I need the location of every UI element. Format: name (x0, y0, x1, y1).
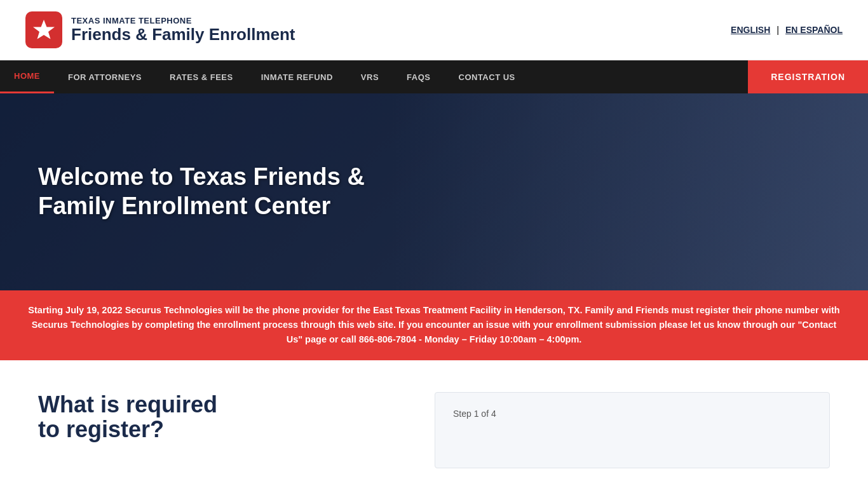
what-required-line2: to register? (38, 416, 164, 442)
hero-bg-shape (391, 93, 868, 290)
spanish-link[interactable]: EN ESPAÑOL (785, 25, 843, 35)
logo-top-line: TEXAS INMATE TELEPHONE (71, 16, 295, 25)
logo-bottom-line: Friends & Family Enrollment (71, 25, 295, 44)
hero-title: Welcome to Texas Friends & Family Enroll… (38, 163, 394, 220)
hero-section: Welcome to Texas Friends & Family Enroll… (0, 93, 868, 290)
svg-marker-0 (33, 20, 55, 39)
what-required-heading: What is required to register? (38, 392, 397, 442)
lang-separator: | (776, 25, 779, 35)
english-link[interactable]: ENGLISH (731, 25, 770, 35)
alert-banner: Starting July 19, 2022 Securus Technolog… (0, 290, 868, 360)
nav-item-faqs[interactable]: FAQS (393, 60, 444, 93)
nav-links: HOME FOR ATTORNEYS RATES & FEES INMATE R… (0, 60, 748, 93)
nav-item-inmate-refund[interactable]: INMATE REFUND (247, 60, 347, 93)
nav-item-vrs[interactable]: VRS (347, 60, 393, 93)
nav-item-home[interactable]: HOME (0, 60, 54, 93)
logo-icon (25, 11, 62, 48)
nav-item-attorneys[interactable]: FOR ATTORNEYS (54, 60, 156, 93)
language-switcher: ENGLISH | EN ESPAÑOL (731, 25, 843, 35)
alert-text: Starting July 19, 2022 Securus Technolog… (28, 305, 839, 344)
what-required-line1: What is required (38, 391, 217, 417)
nav-item-rates[interactable]: RATES & FEES (156, 60, 247, 93)
hero-content: Welcome to Texas Friends & Family Enroll… (0, 163, 432, 220)
what-required-block: What is required to register? (38, 392, 397, 442)
star-icon (32, 18, 56, 42)
nav-item-contact[interactable]: CONTACT US (445, 60, 529, 93)
registration-button[interactable]: REGISTRATION (748, 60, 868, 93)
logo-text: TEXAS INMATE TELEPHONE Friends & Family … (71, 16, 295, 44)
site-header: TEXAS INMATE TELEPHONE Friends & Family … (0, 0, 868, 60)
logo-area: TEXAS INMATE TELEPHONE Friends & Family … (25, 11, 295, 48)
main-navbar: HOME FOR ATTORNEYS RATES & FEES INMATE R… (0, 60, 868, 93)
step-box: Step 1 of 4 (435, 392, 830, 468)
step-label: Step 1 of 4 (453, 409, 496, 419)
lower-section: What is required to register? Step 1 of … (0, 360, 868, 487)
